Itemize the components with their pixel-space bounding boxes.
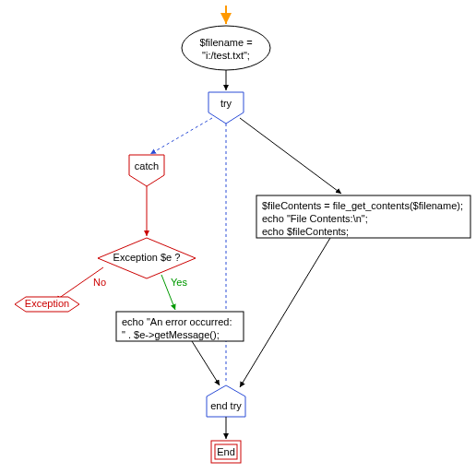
init-line2: "i:/test.txt"; bbox=[202, 50, 250, 61]
try-body-text: $fileContents = file_get_contents($filen… bbox=[262, 200, 467, 238]
end-text: End bbox=[211, 446, 241, 459]
catch-body-text: echo "An error occurred: " . $e->getMess… bbox=[122, 316, 240, 342]
init-text: $filename = "i:/test.txt"; bbox=[189, 37, 263, 63]
try-text: try bbox=[208, 98, 244, 111]
try-body-line2: echo "File Contents:\n"; bbox=[262, 213, 368, 224]
edge-try-body bbox=[240, 118, 341, 194]
decision-text: Exception $e ? bbox=[103, 252, 190, 265]
try-body-line1: $fileContents = file_get_contents($filen… bbox=[262, 200, 463, 211]
edge-try-catch bbox=[150, 118, 212, 154]
no-label: No bbox=[89, 277, 111, 290]
edge-catchbody-endtry bbox=[192, 341, 220, 385]
exception-text: Exception bbox=[18, 298, 76, 311]
flowchart-canvas: $filename = "i:/test.txt"; try catch $fi… bbox=[0, 0, 476, 473]
end-try-text: end try bbox=[207, 400, 245, 413]
catch-body-line2: " . $e->getMessage(); bbox=[122, 329, 220, 340]
yes-label: Yes bbox=[166, 277, 192, 290]
catch-body-line1: echo "An error occurred: bbox=[122, 316, 232, 327]
catch-text: catch bbox=[129, 160, 164, 173]
edge-body-endtry bbox=[240, 238, 330, 387]
try-body-line3: echo $fileContents; bbox=[262, 226, 349, 237]
init-line1: $filename = bbox=[199, 37, 252, 48]
